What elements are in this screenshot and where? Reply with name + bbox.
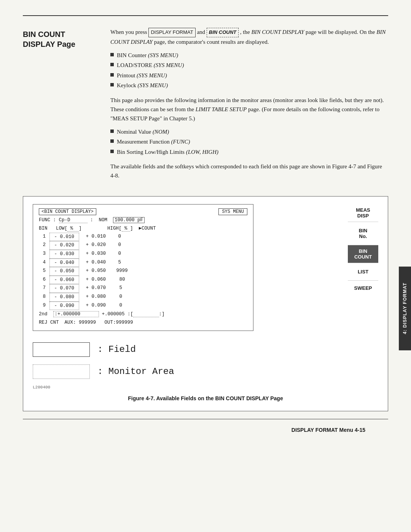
field-label: : Field	[97, 344, 136, 355]
intro-para-1: When you press DISPLAY FORMAT and BIN CO…	[110, 27, 388, 46]
softkey-list: LIST	[348, 263, 378, 281]
para-3: The available fields and the softkeys wh…	[110, 162, 388, 180]
bullet-list-2: Nominal Value (NOM) Measurement Function…	[110, 128, 388, 157]
figure-4-7: <BIN COUNT DISPLAY> SYS MENU FUNC : Cp-D…	[23, 196, 388, 411]
page-title: BIN COUNT DISPLAY Page	[23, 29, 99, 49]
legend-field: : Field	[33, 342, 136, 357]
footer-text: DISPLAY FORMAT Menu 4-15	[292, 427, 365, 433]
bullet-icon	[110, 129, 114, 133]
bullet-icon	[110, 139, 114, 143]
bullet-icon	[110, 83, 114, 86]
softkey-meas-disp: MEAS DISP	[348, 204, 378, 222]
field-box	[33, 342, 90, 357]
figure-caption: Figure 4-7. Available Fields on the BIN …	[33, 395, 378, 401]
legend-area: : Field : Monitor Area	[33, 342, 342, 382]
left-column: BIN COUNT DISPLAY Page	[23, 27, 99, 185]
page-footer: DISPLAY FORMAT Menu 4-15	[23, 419, 388, 433]
screen-area: <BIN COUNT DISPLAY> SYS MENU FUNC : Cp-D…	[33, 204, 342, 389]
bullet-list-1: BIN Counter (SYS MENU) LOAD/STORE (SYS M…	[110, 51, 388, 90]
para-2: This page also provides the following in…	[110, 96, 388, 123]
bullet-icon	[110, 63, 114, 66]
screen-rej-row: REJ CNT AUX: 999999 OUT:999999	[39, 319, 247, 327]
list-item: BIN Counter (SYS MENU)	[110, 51, 388, 60]
doc-number: L200400	[33, 385, 342, 390]
display-screen: <BIN COUNT DISPLAY> SYS MENU FUNC : Cp-D…	[33, 204, 253, 331]
bullet-icon	[110, 73, 114, 77]
top-rule	[23, 15, 388, 16]
display-format-tab: 4: DISPLAY FORMAT	[399, 267, 411, 350]
bin-count-button: BIN COUNT	[207, 28, 239, 37]
list-item: Bin Sorting Low/High Limits (LOW, HIGH)	[110, 148, 388, 157]
screen-2nd-row: 2nd :+.000000 +.000005 :[ :]	[39, 310, 247, 318]
figure-inner: <BIN COUNT DISPLAY> SYS MENU FUNC : Cp-D…	[33, 204, 378, 389]
tab-label: 4: DISPLAY FORMAT	[402, 283, 408, 334]
monitor-box	[33, 364, 90, 379]
main-content: BIN COUNT DISPLAY Page When you press DI…	[0, 27, 411, 185]
sys-menu-btn: SYS MENU	[218, 208, 247, 215]
display-format-button: DISPLAY FORMAT	[148, 28, 195, 37]
right-softkey-labels: MEAS DISP BIN No. BIN COUNT LIST SWEEP	[348, 204, 378, 296]
list-item: LOAD/STORE (SYS MENU)	[110, 61, 388, 70]
page: BIN COUNT DISPLAY Page When you press DI…	[0, 0, 411, 532]
list-item: Printout (SYS MENU)	[110, 71, 388, 80]
screen-data-rows: 1 - 0.010 + 0.010 0 2 - 0.020 + 0.020 0	[39, 233, 247, 310]
monitor-label: : Monitor Area	[97, 366, 174, 377]
list-item: Measurement Function (FUNC)	[110, 137, 388, 146]
list-item: Keylock (SYS MENU)	[110, 81, 388, 90]
screen-title-btn: <BIN COUNT DISPLAY>	[39, 208, 96, 215]
screen-func-row: FUNC : Cp-D : NOM 100.000 pF	[39, 216, 247, 224]
softkey-bin-no: BIN No.	[348, 222, 378, 245]
softkey-sweep: SWEEP	[348, 281, 378, 296]
bullet-icon	[110, 53, 114, 56]
bullet-icon	[110, 150, 114, 153]
body-text: When you press DISPLAY FORMAT and BIN CO…	[110, 27, 388, 185]
legend-monitor: : Monitor Area	[33, 364, 174, 379]
list-item: Nominal Value (NOM)	[110, 128, 388, 136]
softkey-bin-count: BIN COUNT	[348, 245, 378, 263]
screen-bin-header: BIN LOW[ % ] HIGH[ % ] ►COUNT	[39, 225, 247, 233]
screen-header: <BIN COUNT DISPLAY> SYS MENU	[39, 208, 247, 215]
